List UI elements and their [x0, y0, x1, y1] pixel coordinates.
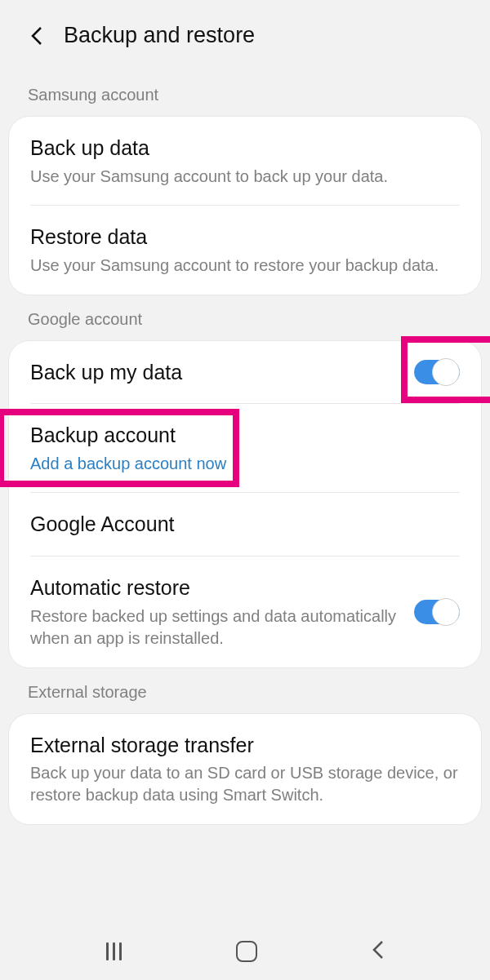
- item-label: Backup account: [30, 422, 460, 450]
- nav-back-button[interactable]: [372, 940, 384, 963]
- card-google: Back up my data Backup account Add a bac…: [8, 340, 482, 668]
- toggle-backup-my-data[interactable]: [414, 360, 460, 384]
- item-label: Back up my data: [30, 359, 182, 387]
- card-external: External storage transfer Back up your d…: [8, 713, 482, 826]
- item-backup-account[interactable]: Backup account Add a backup account now: [9, 404, 481, 493]
- chevron-left-icon: [31, 26, 42, 46]
- item-link[interactable]: Add a backup account now: [30, 453, 460, 475]
- page-title: Backup and restore: [64, 23, 255, 48]
- header: Backup and restore: [0, 0, 490, 71]
- nav-home-button[interactable]: [236, 941, 257, 962]
- item-external-transfer[interactable]: External storage transfer Back up your d…: [9, 714, 481, 825]
- item-label: Restore data: [30, 224, 460, 251]
- item-label: Automatic restore: [30, 574, 398, 602]
- item-label: Back up data: [30, 135, 460, 162]
- android-navbar: [0, 923, 490, 980]
- item-label: Google Account: [30, 511, 460, 539]
- item-desc: Restore backed up settings and data auto…: [30, 605, 398, 650]
- item-restore-data[interactable]: Restore data Use your Samsung account to…: [9, 206, 481, 295]
- section-external-label: External storage: [0, 668, 490, 713]
- section-google-label: Google account: [0, 295, 490, 340]
- item-desc: Use your Samsung account to restore your…: [30, 255, 460, 277]
- item-desc: Use your Samsung account to back up your…: [30, 166, 460, 188]
- item-automatic-restore[interactable]: Automatic restore Restore backed up sett…: [9, 557, 481, 667]
- item-desc: Back up your data to an SD card or USB s…: [30, 762, 460, 806]
- item-label: External storage transfer: [30, 732, 460, 760]
- section-samsung-label: Samsung account: [0, 71, 490, 116]
- nav-recent-button[interactable]: [106, 942, 122, 960]
- item-backup-data[interactable]: Back up data Use your Samsung account to…: [9, 117, 481, 206]
- back-button[interactable]: [24, 24, 49, 48]
- item-backup-my-data[interactable]: Back up my data: [9, 341, 481, 405]
- toggle-automatic-restore[interactable]: [414, 600, 460, 624]
- item-google-account[interactable]: Google Account: [9, 493, 481, 557]
- chevron-left-icon: [372, 940, 384, 960]
- card-samsung: Back up data Use your Samsung account to…: [8, 116, 482, 295]
